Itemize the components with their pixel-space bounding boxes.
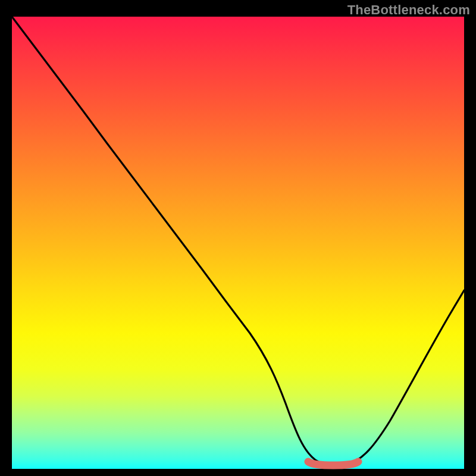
watermark-text: TheBottleneck.com bbox=[347, 2, 470, 18]
chart-frame: TheBottleneck.com bbox=[0, 0, 476, 476]
bottleneck-curve bbox=[12, 17, 464, 465]
poor-fit-band bbox=[308, 462, 358, 465]
chart-svg bbox=[12, 17, 464, 469]
